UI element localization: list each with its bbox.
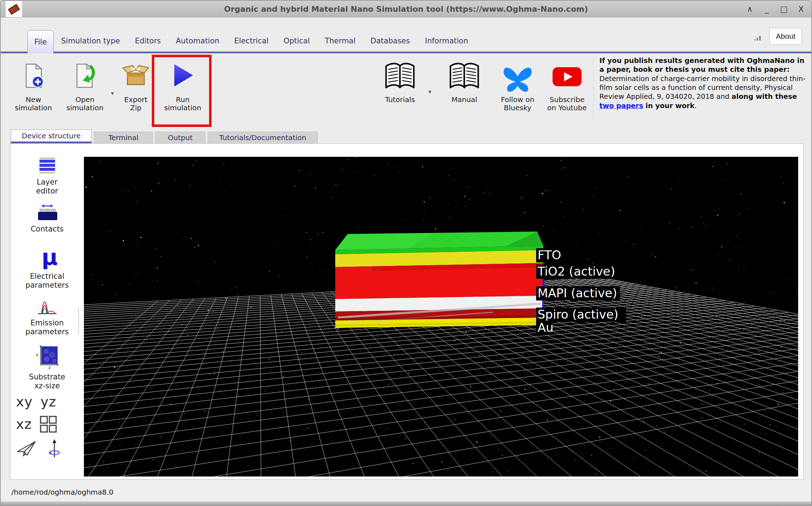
new-simulation-label: New [7, 96, 60, 104]
layer-editor-label2: editor [10, 187, 84, 196]
view-buttons-row1: xy yz [16, 394, 56, 410]
window-bottom-edge [1, 501, 811, 506]
mu-icon: μ [36, 244, 59, 269]
ribbon-separator [1, 52, 811, 53]
paper-plane-icon[interactable] [16, 440, 37, 457]
panel-splitter[interactable] [78, 308, 79, 333]
sidebar-item-contacts[interactable]: Contacts [10, 203, 84, 234]
sidebar-item-electrical-parameters[interactable]: μ Electricalparameters [10, 244, 84, 290]
tutorials-dropdown-icon[interactable]: ▾ [428, 88, 432, 95]
menu-item-electrical[interactable]: Electrical [234, 37, 269, 45]
layer-editor-label: Layer [10, 178, 84, 187]
rotate-view-icon[interactable] [47, 439, 62, 458]
export-zip-label2: Zip [109, 104, 162, 112]
substrate-xz-size-label2: xz-size [10, 382, 84, 390]
citation-bold-end: in your work [643, 102, 695, 110]
bluesky-butterfly-icon [490, 56, 545, 96]
about-button[interactable]: About [769, 28, 802, 45]
view-xy-button[interactable]: xy [16, 394, 33, 410]
four-pane-grid-icon[interactable] [39, 415, 57, 433]
citation-bold-lead: If you publish results generated with Og… [599, 57, 805, 74]
follow-bluesky-label2: Bluesky [490, 104, 545, 112]
toolbar-separator [593, 58, 593, 121]
menu-item-information[interactable]: Information [425, 37, 468, 45]
emission-spectrum-icon [36, 296, 59, 316]
contacts-icon [36, 203, 59, 222]
working-directory-path: /home/rod/oghma/oghma8.0 [11, 488, 113, 496]
view-buttons-row2: xz [16, 415, 57, 433]
open-simulation-button[interactable]: Opensimulation [58, 56, 112, 112]
new-simulation-button[interactable]: Newsimulation [7, 56, 60, 112]
device-3d-scene: FTOTiO2 (active)MAPI (active)Spiro (acti… [84, 157, 798, 476]
oghma-nano-window: { "window": { "title": "Organic and hybr… [0, 0, 812, 506]
contacts-label: Contacts [10, 225, 84, 234]
manual-icon [436, 56, 492, 96]
signal-strength-icon [754, 33, 762, 43]
manual-label: Manual [436, 96, 492, 104]
sidebar-item-substrate-xz-size[interactable]: x z Substratexz-size [10, 345, 84, 390]
layer-label-tio2-active: TiO2 (active) [537, 264, 615, 278]
export-zip-label: Export [109, 96, 162, 104]
device-sidebar: Layereditor Contacts μ Electricalparamet… [10, 144, 84, 479]
shade-button[interactable]: ∧ [746, 5, 754, 14]
youtube-icon [539, 56, 595, 96]
svg-text:μ: μ [42, 244, 58, 269]
manual-button[interactable]: Manual [436, 56, 492, 104]
window-controls: ∧ _ □ X [746, 1, 805, 17]
electrical-parameters-label2: parameters [10, 281, 84, 290]
follow-bluesky-button[interactable]: Follow onBluesky [490, 56, 545, 112]
tab-tutorials-documentation[interactable]: Tutorials/Documentation [208, 132, 318, 143]
two-papers-link[interactable]: two papers [599, 102, 643, 110]
maximize-button[interactable]: □ [780, 5, 788, 14]
substrate-image-icon: x z [35, 345, 60, 370]
layer-editor-icon [36, 156, 59, 175]
view-xz-button[interactable]: xz [16, 416, 32, 432]
menu-bar: Simulation typeEditorsAutomationElectric… [61, 30, 468, 52]
menu-item-simulation-type[interactable]: Simulation type [61, 37, 120, 45]
subscribe-youtube-label: Subscribe [539, 96, 595, 104]
menu-tab-file[interactable]: File [27, 30, 54, 53]
menu-item-editors[interactable]: Editors [135, 37, 161, 45]
substrate-xz-size-label: Substrate [10, 373, 84, 382]
citation-bold-mid: along with these [732, 92, 797, 101]
export-zip-button[interactable]: ExportZip [109, 56, 162, 112]
device-3d-viewport[interactable]: FTOTiO2 (active)MAPI (active)Spiro (acti… [84, 157, 798, 476]
tab-output[interactable]: Output [155, 132, 205, 143]
emission-parameters-label2: parameters [10, 327, 84, 336]
view-tab-bar: Device structureTerminalOutputTutorials/… [11, 130, 318, 143]
tab-terminal[interactable]: Terminal [94, 132, 153, 143]
menu-tab-file-label: File [34, 38, 47, 46]
follow-bluesky-label: Follow on [490, 96, 545, 104]
layer-label-mapi-active: MAPI (active) [538, 286, 617, 300]
title-bar: Organic and hybrid Material Nano Simulat… [1, 1, 811, 17]
subscribe-youtube-button[interactable]: Subscribeon Youtube [539, 56, 595, 112]
new-simulation-icon [7, 56, 60, 96]
sidebar-item-layer-editor[interactable]: Layereditor [10, 156, 84, 196]
new-simulation-label2: simulation [7, 104, 60, 112]
tutorials-button[interactable]: Tutorials [372, 56, 428, 104]
view-buttons-row3 [16, 439, 62, 458]
citation-period: . [695, 102, 697, 110]
run-simulation-button[interactable]: Runsimulation [156, 56, 209, 112]
close-button[interactable]: X [797, 5, 805, 14]
minimize-button[interactable]: _ [763, 5, 771, 14]
view-yz-button[interactable]: yz [41, 394, 56, 410]
status-bar: /home/rod/oghma/oghma8.0 [1, 480, 811, 501]
menu-item-optical[interactable]: Optical [283, 37, 310, 45]
open-simulation-icon [58, 56, 112, 96]
sidebar-item-emission-parameters[interactable]: Emissionparameters [10, 296, 84, 336]
device-structure-3d [335, 231, 544, 328]
export-zip-icon [109, 56, 162, 96]
tutorials-icon [372, 56, 428, 96]
electrical-parameters-label: Electrical [10, 272, 84, 281]
menu-item-automation[interactable]: Automation [176, 37, 219, 45]
svg-text:x: x [36, 352, 38, 357]
tab-device-structure[interactable]: Device structure [11, 129, 92, 143]
menu-item-databases[interactable]: Databases [370, 37, 410, 45]
emission-parameters-label: Emission [10, 319, 84, 327]
tutorials-label: Tutorials [372, 96, 428, 104]
svg-text:z: z [48, 365, 50, 370]
subscribe-youtube-label2: on Youtube [539, 104, 595, 112]
device-structure-panel: Layereditor Contacts μ Electricalparamet… [10, 143, 803, 480]
menu-item-thermal[interactable]: Thermal [325, 37, 356, 45]
